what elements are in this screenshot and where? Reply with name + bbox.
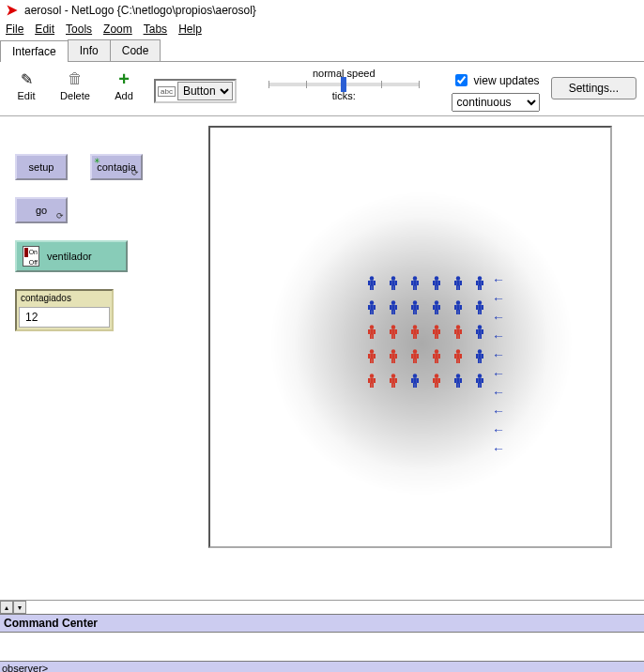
- fan-arrow-icon: ←: [492, 386, 505, 399]
- widget-type-dropdown[interactable]: abc Button: [154, 79, 237, 103]
- person-agent: [475, 276, 484, 291]
- view-updates-checkbox[interactable]: view updates: [452, 71, 540, 89]
- svg-point-115: [391, 349, 395, 353]
- speed-thumb[interactable]: [341, 77, 346, 92]
- person-agent: [410, 349, 420, 364]
- workspace: setup ✳ contagia ⟳ go ⟳ On Off ventilado…: [0, 116, 644, 600]
- person-agent: [389, 276, 398, 291]
- update-mode-select[interactable]: continuous: [452, 93, 540, 112]
- svg-point-157: [413, 374, 417, 377]
- person-agent: [367, 349, 376, 364]
- interface-toolbar: ✎ Edit 🗑 Delete + Add abc Button normal …: [0, 62, 644, 116]
- svg-rect-160: [417, 378, 419, 383]
- contagia-button[interactable]: ✳ contagia ⟳: [90, 154, 143, 180]
- menu-tabs[interactable]: Tabs: [144, 23, 167, 36]
- svg-rect-46: [395, 305, 397, 310]
- scroll-up-icon[interactable]: ▴: [0, 601, 13, 614]
- observer-prompt[interactable]: observer>: [0, 661, 644, 672]
- svg-rect-165: [433, 378, 435, 383]
- svg-point-169: [456, 374, 460, 377]
- svg-rect-50: [413, 305, 417, 311]
- svg-rect-3: [368, 281, 370, 285]
- svg-rect-2: [370, 281, 374, 286]
- menu-edit[interactable]: Edit: [35, 23, 54, 36]
- fan-arrow-icon: ←: [492, 292, 505, 305]
- ventilador-switch[interactable]: On Off ventilador: [15, 240, 128, 272]
- widget-type-select[interactable]: Button: [177, 82, 233, 100]
- menu-file[interactable]: File: [6, 23, 23, 36]
- monitor-label: contagiados: [17, 291, 112, 305]
- svg-rect-23: [435, 285, 437, 290]
- svg-rect-98: [456, 329, 460, 335]
- svg-rect-137: [456, 359, 458, 363]
- svg-rect-138: [458, 359, 460, 363]
- speed-slider-area: normal speed ticks:: [248, 68, 440, 101]
- view-updates-input[interactable]: [455, 74, 468, 86]
- svg-rect-5: [370, 285, 372, 290]
- svg-rect-155: [391, 383, 393, 388]
- svg-point-79: [391, 325, 395, 328]
- tab-code[interactable]: Code: [110, 39, 161, 61]
- svg-rect-94: [438, 329, 440, 334]
- person-agent: [453, 325, 463, 340]
- setup-button[interactable]: setup: [15, 154, 68, 180]
- svg-point-175: [478, 374, 482, 377]
- settings-button[interactable]: Settings...: [551, 77, 636, 99]
- svg-rect-59: [435, 310, 437, 314]
- svg-rect-18: [415, 285, 417, 290]
- forever-icon: ⟳: [131, 168, 139, 177]
- svg-rect-111: [368, 354, 370, 359]
- menu-help[interactable]: Help: [178, 23, 202, 36]
- svg-rect-122: [413, 354, 417, 359]
- svg-rect-168: [437, 383, 438, 388]
- svg-rect-172: [460, 378, 462, 383]
- svg-rect-107: [478, 334, 480, 339]
- svg-rect-106: [482, 329, 483, 334]
- svg-rect-81: [390, 329, 391, 334]
- svg-rect-148: [374, 378, 376, 383]
- svg-rect-82: [395, 329, 397, 334]
- menu-zoom[interactable]: Zoom: [103, 23, 132, 36]
- tab-info[interactable]: Info: [68, 39, 111, 61]
- fan-arrow-icon: ←: [492, 405, 505, 418]
- world-view[interactable]: ←←←←←←←←←←: [208, 126, 612, 548]
- svg-rect-87: [411, 329, 413, 334]
- svg-rect-140: [478, 354, 482, 359]
- tab-interface[interactable]: Interface: [0, 40, 69, 62]
- svg-rect-171: [454, 378, 456, 383]
- tool-delete[interactable]: 🗑 Delete: [56, 69, 94, 101]
- plus-icon: +: [118, 69, 130, 88]
- svg-rect-77: [370, 334, 372, 339]
- go-button[interactable]: go ⟳: [15, 197, 68, 223]
- command-center-output[interactable]: [0, 633, 644, 661]
- svg-rect-105: [476, 329, 478, 334]
- svg-point-7: [391, 276, 395, 280]
- svg-rect-96: [437, 334, 438, 339]
- person-agent: [410, 325, 420, 340]
- person-agent: [475, 349, 484, 364]
- svg-point-139: [478, 349, 482, 353]
- agent-grid: [367, 276, 484, 398]
- svg-rect-158: [413, 378, 417, 384]
- switch-toggle-icon[interactable]: On Off: [23, 246, 39, 267]
- svg-rect-88: [417, 329, 419, 334]
- scroll-down-icon[interactable]: ▾: [13, 601, 26, 614]
- window-title: aerosol - NetLogo {C:\netlogo\propios\ae…: [24, 4, 256, 17]
- speed-slider[interactable]: [268, 83, 419, 86]
- svg-rect-84: [393, 334, 395, 339]
- svg-point-97: [456, 325, 460, 328]
- svg-rect-136: [460, 354, 462, 359]
- svg-point-13: [413, 276, 417, 280]
- person-agent: [367, 300, 376, 315]
- command-center-header[interactable]: Command Center: [0, 614, 644, 633]
- tool-add[interactable]: + Add: [105, 69, 143, 101]
- menu-tools[interactable]: Tools: [66, 23, 92, 36]
- svg-rect-143: [478, 359, 480, 363]
- person-agent: [389, 374, 398, 389]
- person-agent: [432, 349, 441, 364]
- svg-rect-6: [372, 285, 374, 290]
- svg-point-91: [435, 325, 438, 328]
- tool-edit[interactable]: ✎ Edit: [8, 69, 45, 101]
- svg-rect-14: [413, 281, 417, 286]
- svg-rect-149: [370, 383, 372, 388]
